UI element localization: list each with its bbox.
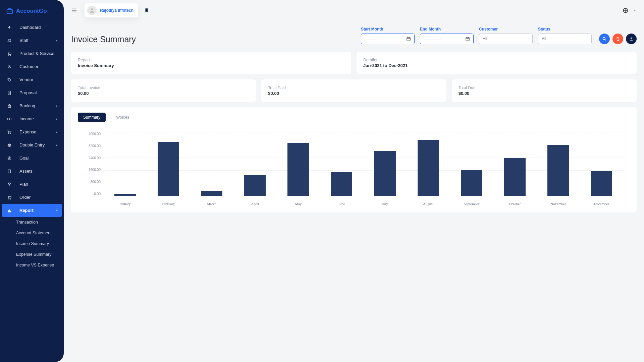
y-tick: 2400.00 xyxy=(85,156,103,160)
sidebar-item-assets[interactable]: Assets xyxy=(0,165,64,178)
report-label: Report : xyxy=(78,58,344,62)
sidebar: AccountGo DashboardStaff▸Product & Servi… xyxy=(0,0,64,223)
sidebar-item-expense[interactable]: Expense▸ xyxy=(0,125,64,138)
cart-icon xyxy=(6,51,13,56)
bank-icon xyxy=(6,104,13,108)
search-button[interactable] xyxy=(599,34,610,44)
svg-point-44 xyxy=(603,37,605,40)
menu-toggle-icon[interactable] xyxy=(71,7,77,13)
x-label: September xyxy=(450,202,493,206)
bar xyxy=(287,143,309,196)
svg-point-25 xyxy=(8,198,9,199)
svg-rect-0 xyxy=(7,9,13,13)
svg-point-12 xyxy=(9,118,10,119)
calendar-icon xyxy=(465,37,470,41)
end-month-input[interactable]: --------- ---- xyxy=(420,34,474,44)
duration-label: Duration : xyxy=(363,58,630,62)
svg-point-17 xyxy=(9,158,9,158)
sidebar-item-dashboard[interactable]: Dashboard xyxy=(0,21,64,34)
sidebar-item-vendor[interactable]: Vendor xyxy=(0,73,64,86)
bar xyxy=(547,145,569,196)
download-button[interactable] xyxy=(626,34,637,44)
chart-icon xyxy=(6,208,13,213)
sidebar-item-goal[interactable]: Goal xyxy=(0,152,64,165)
start-month-input[interactable]: --------- ---- xyxy=(361,34,415,44)
svg-point-1 xyxy=(8,39,10,40)
tab-summary[interactable]: Summary xyxy=(78,113,106,122)
x-label: December xyxy=(580,202,623,206)
delete-button[interactable] xyxy=(612,34,623,44)
bar xyxy=(201,191,222,196)
sidebar-item-order[interactable]: Order xyxy=(0,191,64,204)
user-menu[interactable]: Rajodiya Infotech xyxy=(85,3,138,17)
sidebar-item-banking[interactable]: Banking▸ xyxy=(0,99,64,112)
sidebar-item-proposal[interactable]: Proposal xyxy=(0,86,64,99)
sidebar-item-staff[interactable]: Staff▸ xyxy=(0,34,64,47)
tag-icon xyxy=(6,77,13,82)
bar xyxy=(374,151,396,196)
bar xyxy=(158,142,179,196)
report-value: Invoice Summary xyxy=(78,63,344,68)
app-name: AccountGo xyxy=(16,8,47,14)
total-invoice-card: Total Invoice $0.00 xyxy=(71,79,256,102)
svg-point-34 xyxy=(91,8,93,10)
bar xyxy=(461,170,482,196)
bar xyxy=(504,158,526,196)
user-icon xyxy=(6,64,13,69)
topbar: Rajodiya Infotech xyxy=(64,0,644,21)
sidebar-item-report[interactable]: Report▾ xyxy=(2,204,62,217)
customer-label: Customer xyxy=(479,27,533,32)
svg-point-5 xyxy=(9,65,10,66)
start-month-label: Start Month xyxy=(361,27,415,32)
calendar-icon xyxy=(406,37,411,41)
avatar xyxy=(87,6,97,15)
bar xyxy=(114,194,136,196)
total-due-card: Total Due $0.00 xyxy=(452,79,637,102)
sidebar-item-income[interactable]: Income▸ xyxy=(0,112,64,125)
chevron-down-icon: ▾ xyxy=(56,208,58,212)
scale-icon xyxy=(6,143,13,147)
svg-point-13 xyxy=(8,133,9,134)
svg-rect-28 xyxy=(8,210,9,212)
tab-invoices[interactable]: Invoices xyxy=(109,113,135,122)
bar xyxy=(591,171,612,196)
y-tick: 3200.00 xyxy=(85,144,103,148)
svg-point-3 xyxy=(8,55,9,55)
users-icon xyxy=(6,38,13,43)
bar xyxy=(331,172,352,196)
sidebar-item-plan[interactable]: Plan xyxy=(0,178,64,191)
app-logo[interactable]: AccountGo xyxy=(0,0,64,21)
svg-point-26 xyxy=(10,198,11,199)
locale-menu[interactable] xyxy=(623,7,637,13)
doc-icon xyxy=(6,90,13,95)
svg-point-6 xyxy=(8,78,9,79)
bar xyxy=(244,175,266,196)
sidebar-item-double-entry[interactable]: Double Entry▸ xyxy=(0,138,64,152)
main-content: Invoice Summary Start Month --------- --… xyxy=(64,0,644,223)
customer-select[interactable] xyxy=(479,34,533,44)
x-label: July xyxy=(363,202,407,206)
svg-rect-29 xyxy=(9,209,10,212)
x-label: January xyxy=(103,202,147,206)
flame-icon xyxy=(6,25,13,30)
x-label: October xyxy=(493,202,537,206)
bookmark-icon[interactable] xyxy=(144,8,149,13)
cash-icon xyxy=(6,117,13,121)
x-label: April xyxy=(233,202,277,206)
bar-chart: 4000.003200.002400.001600.00800.000.00 J… xyxy=(85,132,623,206)
y-tick: 0.00 xyxy=(85,192,103,196)
sidebar-subitem-transaction[interactable]: Transaction xyxy=(0,217,64,223)
svg-point-14 xyxy=(10,133,11,134)
svg-rect-30 xyxy=(10,211,11,212)
chevron-right-icon: ▸ xyxy=(56,117,58,121)
svg-point-4 xyxy=(10,55,11,55)
x-label: March xyxy=(190,202,233,206)
sidebar-item-product-service[interactable]: Product & Service xyxy=(0,47,64,60)
svg-rect-18 xyxy=(8,170,11,173)
end-month-label: End Month xyxy=(420,27,474,32)
status-select[interactable] xyxy=(538,34,592,44)
y-tick: 4000.00 xyxy=(85,132,103,136)
x-label: August xyxy=(407,202,450,206)
sidebar-item-customer[interactable]: Customer xyxy=(0,60,64,73)
svg-point-2 xyxy=(10,39,11,40)
